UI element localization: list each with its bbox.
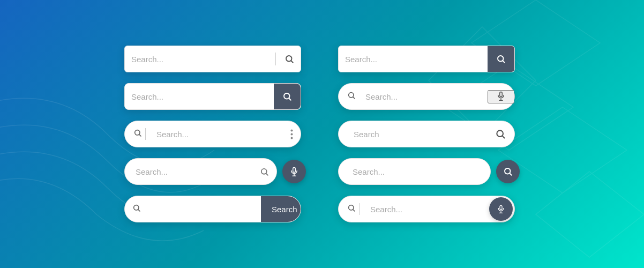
search-bar-8-wrap xyxy=(338,158,520,185)
search-button-3[interactable] xyxy=(274,84,301,109)
search-button-1[interactable] xyxy=(278,54,301,64)
svg-line-24 xyxy=(266,173,268,175)
svg-line-17 xyxy=(139,135,141,136)
search-bar-2 xyxy=(338,46,515,72)
search-text-button-9[interactable]: Search xyxy=(261,196,301,222)
search-bar-7-wrap xyxy=(124,158,306,185)
search-input-2[interactable] xyxy=(339,46,488,72)
search-icon-button-7[interactable] xyxy=(252,167,276,176)
svg-point-18 xyxy=(291,129,293,131)
search-input-10[interactable] xyxy=(364,196,488,222)
svg-line-22 xyxy=(503,136,505,138)
search-bar-4 xyxy=(338,83,515,110)
search-input-5[interactable] xyxy=(150,121,283,147)
divider-10 xyxy=(359,203,360,215)
mic-icon-4 xyxy=(496,91,506,101)
search-icon-8 xyxy=(503,167,513,176)
search-bar-3 xyxy=(124,83,301,110)
svg-line-8 xyxy=(503,61,504,62)
svg-line-6 xyxy=(291,61,293,62)
search-icon-4-left xyxy=(343,91,359,102)
search-input-6[interactable] xyxy=(347,121,486,147)
svg-point-20 xyxy=(291,137,293,139)
search-circle-button-8[interactable] xyxy=(496,160,520,183)
search-input-9[interactable] xyxy=(146,196,261,222)
dots-icon-5 xyxy=(290,129,293,139)
svg-rect-13 xyxy=(500,92,503,96)
divider-1 xyxy=(275,53,276,65)
search-bar-8 xyxy=(338,158,491,185)
search-icon-10-left xyxy=(343,204,359,214)
search-icon-3 xyxy=(282,92,292,101)
search-input-3[interactable] xyxy=(125,84,274,109)
search-icon-6 xyxy=(495,129,506,139)
svg-point-19 xyxy=(291,133,293,135)
svg-line-31 xyxy=(138,210,140,211)
search-bar-5 xyxy=(124,121,301,147)
mic-button-10[interactable] xyxy=(489,197,513,221)
search-input-4[interactable] xyxy=(359,84,488,109)
svg-rect-25 xyxy=(293,168,296,173)
search-icon-5-left xyxy=(129,129,145,139)
mic-icon-7 xyxy=(289,167,299,176)
svg-line-12 xyxy=(353,97,355,99)
mic-icon-10 xyxy=(497,205,505,213)
svg-rect-34 xyxy=(500,205,502,210)
search-input-8[interactable] xyxy=(346,159,490,184)
search-button-2[interactable] xyxy=(488,46,514,72)
search-bar-6 xyxy=(338,121,515,147)
search-bar-10 xyxy=(338,196,515,222)
dots-button-5[interactable] xyxy=(283,129,301,139)
search-icon-7 xyxy=(260,167,269,176)
svg-line-29 xyxy=(510,173,511,175)
search-input-7[interactable] xyxy=(129,159,252,184)
search-bar-1 xyxy=(124,46,301,72)
search-icon-2 xyxy=(496,54,506,64)
search-icon-1 xyxy=(284,54,294,64)
search-button-6[interactable] xyxy=(486,129,514,139)
mic-button-4[interactable] xyxy=(488,90,514,103)
search-bar-7 xyxy=(124,158,277,185)
divider-5 xyxy=(145,128,146,140)
svg-line-10 xyxy=(289,98,290,100)
svg-marker-4 xyxy=(536,172,644,257)
search-bar-9: Search xyxy=(124,196,301,222)
mic-circle-button-7[interactable] xyxy=(282,160,306,183)
svg-line-33 xyxy=(353,210,355,211)
search-text-label-9: Search xyxy=(272,205,297,214)
search-input-1[interactable] xyxy=(125,46,273,72)
search-icon-9-left xyxy=(125,204,146,214)
